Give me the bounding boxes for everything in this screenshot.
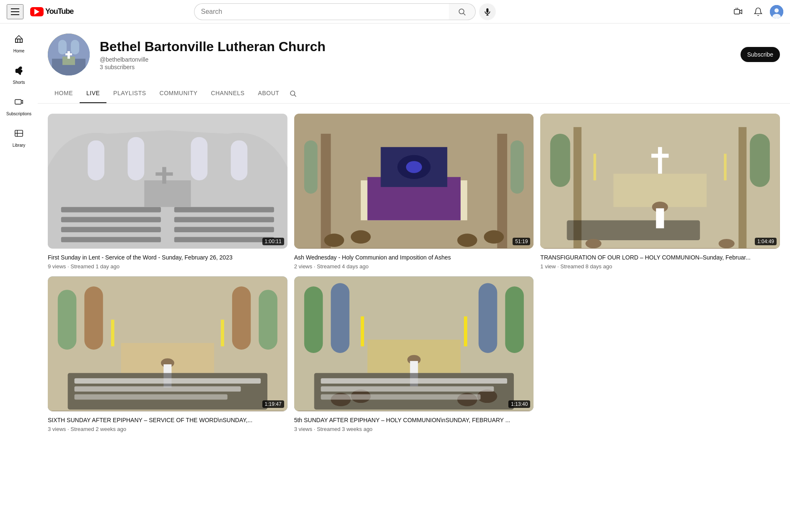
tab-home[interactable]: HOME [48, 84, 80, 103]
sidebar-item-library[interactable]: Library [2, 122, 36, 153]
svg-rect-106 [321, 394, 480, 400]
youtube-logo[interactable]: YouTube [30, 7, 73, 16]
thumbnail-5: 1:13:40 [294, 276, 534, 411]
video-card-3[interactable]: 1:04:49 TRANSFIGURATION OF OUR LORD – HO… [540, 114, 780, 270]
video-title-2: Ash Wednesday - Holy Communion and Impos… [294, 254, 534, 262]
svg-point-9 [774, 8, 779, 13]
svg-line-25 [295, 95, 296, 96]
svg-rect-78 [259, 290, 277, 350]
svg-rect-38 [231, 140, 248, 180]
svg-rect-92 [479, 283, 497, 353]
channel-tabs: HOME LIVE PLAYLISTS COMMUNITY CHANNELS A… [48, 84, 780, 103]
svg-rect-62 [593, 154, 596, 181]
svg-rect-37 [191, 137, 207, 180]
video-card-5[interactable]: 1:13:40 5th SUNDAY AFTER EPIPHANY – HOLY… [294, 276, 534, 432]
create-icon [733, 7, 743, 16]
thumbnail-1: 1:00:11 [48, 114, 288, 249]
video-card-1[interactable]: 1:00:11 First Sunday in Lent - Service o… [48, 114, 288, 270]
svg-rect-76 [84, 286, 103, 350]
search-icon [458, 8, 466, 16]
svg-rect-70 [656, 208, 664, 228]
video-views-1: 9 views [48, 263, 66, 270]
svg-rect-68 [567, 220, 700, 240]
svg-rect-80 [111, 320, 114, 347]
svg-rect-27 [61, 207, 161, 213]
video-separator-2: · [314, 263, 317, 270]
duration-badge-3: 1:04:49 [755, 238, 777, 245]
header: YouTube [0, 0, 790, 23]
search-button[interactable] [449, 3, 476, 20]
church-interior-4 [48, 276, 288, 411]
channel-name: Bethel Bartonville Lutheran Church [100, 39, 730, 54]
header-center [194, 3, 496, 20]
channel-avatar [48, 34, 90, 75]
youtube-icon [30, 7, 44, 16]
video-card-2[interactable]: 51:19 Ash Wednesday - Holy Communion and… [294, 114, 534, 270]
duration-badge-1: 1:00:11 [262, 238, 284, 245]
account-button[interactable] [770, 5, 783, 18]
svg-rect-36 [128, 137, 145, 180]
svg-point-53 [457, 234, 477, 247]
svg-rect-2 [486, 8, 488, 13]
tab-playlists[interactable]: PLAYLISTS [106, 84, 153, 103]
thumbnail-image-5 [294, 276, 534, 411]
svg-rect-5 [734, 9, 740, 14]
video-views-4: 3 views [48, 426, 66, 432]
video-streamed-3: Streamed 8 days ago [560, 263, 612, 270]
thumbnail-image-4 [48, 276, 288, 411]
sidebar-item-library-label: Library [13, 143, 26, 148]
duration-badge-4: 1:19:47 [262, 400, 284, 408]
svg-rect-44 [321, 134, 331, 248]
tab-channels[interactable]: CHANNELS [204, 84, 251, 103]
svg-rect-32 [174, 217, 274, 223]
search-input[interactable] [194, 3, 449, 20]
svg-rect-95 [360, 317, 364, 346]
svg-rect-33 [174, 227, 274, 232]
thumbnail-image-3 [540, 114, 780, 249]
church-interior-1 [48, 114, 288, 249]
sidebar-item-subscriptions[interactable]: Subscriptions [2, 91, 36, 121]
menu-button[interactable] [7, 4, 23, 19]
svg-rect-30 [61, 237, 161, 242]
svg-point-24 [290, 91, 295, 96]
svg-rect-96 [464, 317, 467, 346]
search-form [194, 3, 476, 20]
svg-rect-91 [331, 283, 349, 353]
videos-grid: 1:00:11 First Sunday in Lent - Service o… [48, 114, 780, 432]
mic-icon [483, 8, 492, 16]
svg-rect-28 [61, 217, 161, 223]
thumbnail-4: 1:19:47 [48, 276, 288, 411]
sidebar-item-shorts-label: Shorts [13, 80, 25, 85]
channel-header: Bethel Bartonville Lutheran Church @beth… [38, 23, 790, 104]
thumbnail-3: 1:04:49 [540, 114, 780, 249]
tab-community[interactable]: COMMUNITY [153, 84, 205, 103]
channel-search-button[interactable] [286, 84, 300, 103]
svg-rect-87 [75, 394, 228, 400]
svg-rect-41 [155, 172, 173, 176]
video-title-1: First Sunday in Lent - Service of the Wo… [48, 254, 288, 262]
svg-rect-67 [750, 134, 770, 187]
subscribe-button[interactable]: Subscribe [741, 47, 780, 62]
svg-line-1 [464, 13, 466, 15]
header-left: YouTube [7, 4, 73, 19]
tab-live[interactable]: LIVE [80, 84, 106, 103]
svg-rect-77 [232, 286, 251, 350]
video-meta-5: 3 views · Streamed 3 weeks ago [294, 426, 534, 432]
create-button[interactable] [730, 3, 746, 20]
tab-about[interactable]: ABOUT [251, 84, 286, 103]
notifications-button[interactable] [750, 3, 767, 20]
duration-badge-2: 51:19 [513, 238, 530, 245]
voice-search-button[interactable] [479, 3, 496, 20]
svg-rect-45 [497, 134, 507, 248]
video-streamed-4: Streamed 2 weeks ago [70, 426, 126, 432]
svg-rect-75 [58, 290, 76, 350]
avatar-icon [770, 5, 783, 18]
video-meta-3: 1 view · Streamed 8 days ago [540, 263, 780, 270]
svg-rect-56 [510, 140, 524, 194]
thumbnail-image-1 [48, 114, 288, 249]
svg-rect-63 [724, 154, 727, 181]
sidebar-item-home[interactable]: Home [2, 28, 36, 58]
sidebar-item-home-label: Home [13, 49, 25, 53]
sidebar-item-shorts[interactable]: Shorts [2, 59, 36, 90]
video-card-4[interactable]: 1:19:47 SIXTH SUNDAY AFTER EPIPHANY – SE… [48, 276, 288, 432]
